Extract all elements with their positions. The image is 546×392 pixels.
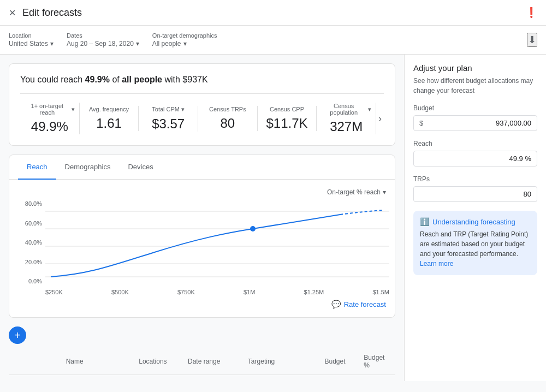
close-button[interactable]: ✕: [9, 8, 16, 18]
location-select[interactable]: United States ▾: [9, 40, 54, 47]
col-date-range: Date range: [181, 348, 241, 375]
metric-value-population: 327M: [321, 119, 371, 134]
feedback-icon[interactable]: ❗: [525, 7, 537, 19]
metric-total-cpm: Total CPM ▾ $3.57: [139, 106, 198, 132]
x-label-1m: $1M: [244, 289, 255, 295]
demographics-label: On-target demographics: [152, 32, 217, 39]
rate-forecast-label: Rate forecast: [344, 300, 386, 308]
learn-more-link[interactable]: Learn more: [420, 260, 453, 268]
chart-dropdown-label: On-target % reach: [327, 188, 381, 196]
trps-input[interactable]: [419, 190, 531, 198]
campaigns-table: Name Locations Date range Targeting Budg…: [9, 348, 395, 381]
tab-devices[interactable]: Devices: [119, 155, 162, 180]
info-box-text: Reach and TRP (Target Rating Point) are …: [420, 229, 531, 269]
page-header: ✕ Edit forecasts ❗: [0, 0, 546, 26]
y-label-40: 40.0%: [18, 239, 42, 246]
metric-value-cpp: $11.7K: [262, 116, 312, 131]
svg-point-5: [250, 226, 256, 231]
metric-avg-frequency: Avg. frequency 1.61: [80, 106, 139, 131]
x-label-500k: $500K: [111, 289, 129, 295]
chart-dropdown-icon: ▾: [383, 188, 386, 196]
cpm-dropdown-icon[interactable]: ▾: [181, 106, 185, 113]
metric-label-trps: Census TRPs: [203, 106, 253, 112]
chart-metric-dropdown[interactable]: On-target % reach ▾: [327, 188, 386, 196]
col-budget: Budget: [318, 348, 358, 375]
metrics-nav-arrow[interactable]: ›: [376, 111, 384, 127]
y-axis-labels: 80.0% 60.0% 40.0% 20.0% 0.0%: [18, 200, 44, 284]
x-axis-labels: $250K $500K $750K $1M $1.25M $1.5M: [45, 289, 389, 295]
metric-census-trps: Census TRPs 80: [198, 106, 258, 131]
metrics-row: 1+ on-target reach ▾ 49.9% Avg. frequenc…: [20, 93, 384, 134]
trps-label: TRPs: [413, 175, 537, 183]
reach-highlight: 49.9%: [85, 75, 110, 84]
table-header-row: +: [9, 326, 395, 344]
col-targeting: Targeting: [241, 348, 318, 375]
tabs-card: Reach Demographics Devices On-target % r…: [9, 155, 395, 318]
table-wrapper: Name Locations Date range Targeting Budg…: [9, 348, 395, 381]
rate-forecast-button[interactable]: 💬 Rate forecast: [331, 300, 386, 308]
tab-demographics[interactable]: Demographics: [56, 155, 120, 180]
x-label-125m: $1.25M: [304, 289, 324, 295]
col-actions: [9, 348, 60, 375]
left-panel: You could reach 49.9% of all people with…: [0, 55, 404, 381]
reach-chart: [45, 200, 404, 288]
metric-census-cpp: Census CPP $11.7K: [258, 106, 317, 131]
metric-value-cpm: $3.57: [143, 116, 193, 132]
tabs-nav: Reach Demographics Devices: [9, 155, 395, 180]
dates-select[interactable]: Aug 20 – Sep 18, 2020 ▾: [67, 40, 139, 47]
understanding-forecasting-box: ℹ️ Understanding forecasting Reach and T…: [413, 211, 537, 275]
summary-headline: You could reach 49.9% of all people with…: [20, 75, 384, 85]
y-label-80: 80.0%: [18, 200, 42, 207]
filters-bar: Location United States ▾ Dates Aug 20 – …: [0, 26, 546, 55]
download-button[interactable]: ⬇: [527, 33, 537, 47]
metric-label-population: Census population ▾: [321, 103, 371, 116]
demographics-select[interactable]: All people ▾: [152, 40, 217, 47]
budget-input[interactable]: [428, 119, 531, 127]
table-section: + Name Locations Date range Targeting Bu…: [9, 326, 395, 381]
table-header: Name Locations Date range Targeting Budg…: [9, 348, 395, 375]
metric-value-frequency: 1.61: [84, 116, 134, 131]
y-label-0: 0.0%: [18, 278, 42, 284]
summary-card: You could reach 49.9% of all people with…: [9, 63, 395, 146]
metric-census-population: Census population ▾ 327M: [317, 103, 376, 134]
rate-forecast-icon: 💬: [331, 300, 341, 308]
dates-chevron: ▾: [136, 40, 139, 47]
main-layout: You could reach 49.9% of all people with…: [0, 55, 546, 381]
location-chevron: ▾: [50, 40, 54, 47]
reach-field: Reach: [413, 140, 537, 167]
right-panel-title: Adjust your plan: [413, 63, 537, 73]
population-dropdown-icon[interactable]: ▾: [368, 106, 371, 113]
right-panel: Adjust your plan See how different budge…: [404, 55, 546, 381]
demographics-value: All people: [152, 40, 181, 47]
reach-input-container: [413, 151, 537, 167]
rate-forecast-container: 💬 Rate forecast: [18, 300, 386, 308]
location-label: Location: [9, 32, 54, 39]
chart-container: 80.0% 60.0% 40.0% 20.0% 0.0% $250K $500K…: [18, 200, 386, 295]
reach-label: Reach: [413, 140, 537, 147]
metric-label-reach: 1+ on-target reach ▾: [25, 103, 75, 116]
location-filter: Location United States ▾: [9, 32, 54, 47]
row-1-targeting: All people, Sports Fans, You...: [241, 375, 318, 382]
tab-reach[interactable]: Reach: [18, 155, 56, 180]
metric-label-cpm: Total CPM ▾: [143, 106, 193, 113]
chart-controls: On-target % reach ▾: [18, 188, 386, 196]
dates-value: Aug 20 – Sep 18, 2020: [67, 40, 134, 47]
budget-input-container: $: [413, 115, 537, 131]
location-value: United States: [9, 40, 48, 47]
reach-dropdown-icon[interactable]: ▾: [72, 106, 75, 113]
metric-on-target-reach: 1+ on-target reach ▾ 49.9%: [20, 103, 80, 134]
dates-label: Dates: [67, 32, 139, 39]
row-1-date-range: Aug 20 – Sep 18, 2020: [181, 375, 241, 382]
metric-value-trps: 80: [203, 116, 253, 131]
dates-filter: Dates Aug 20 – Sep 18, 2020 ▾: [67, 32, 139, 47]
add-campaign-button[interactable]: +: [9, 326, 26, 344]
demographics-chevron: ▾: [183, 40, 187, 47]
reach-input[interactable]: [419, 155, 531, 163]
metric-value-reach: 49.9%: [25, 119, 75, 134]
trps-input-container: [413, 186, 537, 202]
metric-label-cpp: Census CPP: [262, 106, 312, 112]
y-label-60: 60.0%: [18, 220, 42, 227]
metric-label-frequency: Avg. frequency: [84, 106, 134, 112]
headline-suffix: with $937K: [162, 75, 208, 84]
info-box-title: ℹ️ Understanding forecasting: [420, 217, 531, 226]
